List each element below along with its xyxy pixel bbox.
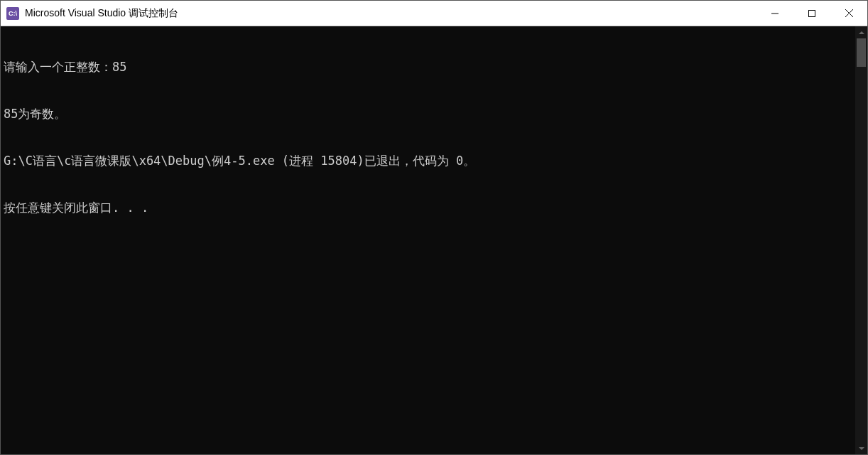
window-controls [756,1,867,26]
svg-rect-1 [809,10,815,16]
close-button[interactable] [830,1,867,26]
scroll-up-arrow-icon[interactable] [855,26,867,38]
console-line: G:\C语言\c语言微课版\x64\Debug\例4-5.exe (进程 158… [4,153,852,168]
app-icon: C:\ [6,7,19,20]
svg-marker-5 [859,447,864,450]
window-title: Microsoft Visual Studio 调试控制台 [25,7,756,20]
svg-marker-4 [859,31,864,34]
titlebar[interactable]: C:\ Microsoft Visual Studio 调试控制台 [1,1,867,26]
console-window: C:\ Microsoft Visual Studio 调试控制台 请输入一个正… [0,0,868,455]
console-line: 85为奇数。 [4,106,852,122]
scroll-down-arrow-icon[interactable] [855,442,867,454]
console-line: 按任意键关闭此窗口. . . [4,200,852,215]
minimize-button[interactable] [756,1,793,26]
console-area: 请输入一个正整数：85 85为奇数。 G:\C语言\c语言微课版\x64\Deb… [1,26,867,454]
maximize-button[interactable] [793,1,830,26]
scroll-track[interactable] [855,38,867,442]
console-output[interactable]: 请输入一个正整数：85 85为奇数。 G:\C语言\c语言微课版\x64\Deb… [1,26,855,454]
vertical-scrollbar[interactable] [855,26,867,454]
console-line: 请输入一个正整数：85 [4,59,852,75]
scroll-thumb[interactable] [857,38,866,67]
